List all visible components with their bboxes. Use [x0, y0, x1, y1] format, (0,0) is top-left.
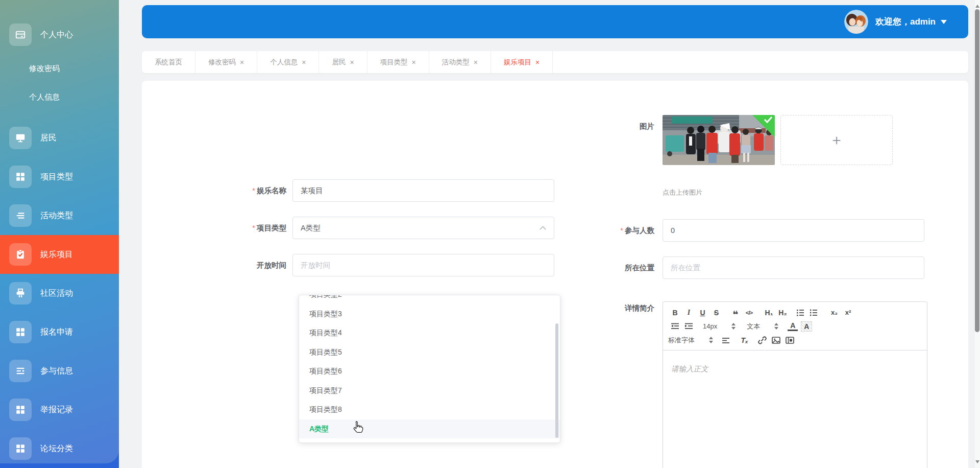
sidebar-item-label: 社区活动: [40, 288, 73, 299]
sidebar-item-community-activity[interactable]: 社区活动: [0, 274, 119, 313]
field-label: 开放时间: [142, 254, 292, 276]
tab-entertainment-project[interactable]: 娱乐项目 ×: [491, 51, 553, 73]
sidebar-item-label: 个人信息: [29, 92, 60, 102]
code-button[interactable]: </>: [742, 307, 756, 319]
superscript-button[interactable]: x²: [841, 307, 855, 319]
dropdown-option[interactable]: 项目类型5: [299, 343, 560, 362]
close-icon[interactable]: ×: [350, 58, 354, 66]
font-family-picker[interactable]: 标准字体: [668, 335, 713, 345]
dropdown-option[interactable]: 项目类型8: [299, 400, 560, 419]
close-icon[interactable]: ×: [412, 58, 416, 66]
editor-placeholder: 请输入正文: [671, 365, 708, 373]
tab-label: 活动类型: [442, 58, 470, 67]
upload-hint-text: 点击上传图片: [663, 188, 893, 197]
font-size-picker[interactable]: 14px: [703, 321, 736, 332]
open-time-input[interactable]: [292, 254, 554, 276]
sidebar-item-change-password[interactable]: 修改密码: [0, 54, 119, 83]
rich-text-editor: B I U S ❝ </> H₁ H₂: [663, 301, 927, 468]
ordered-list-button[interactable]: [796, 308, 805, 317]
header-format-picker[interactable]: 文本: [747, 321, 778, 332]
sidebar-item-personal-center[interactable]: 个人中心: [0, 15, 119, 54]
required-mark: *: [620, 226, 623, 235]
image-button[interactable]: [771, 336, 781, 345]
printer-icon: [9, 282, 32, 305]
page-scrollbar-thumb[interactable]: [975, 9, 979, 332]
align-button[interactable]: [721, 336, 730, 345]
video-button[interactable]: [785, 336, 795, 345]
project-type-dropdown: 项目类型2 项目类型3 项目类型4 项目类型5 项目类型6 项目类型7 项目类型…: [299, 295, 560, 443]
subscript-button[interactable]: x₂: [827, 307, 841, 319]
entertainment-name-input[interactable]: [292, 179, 554, 202]
sidebar-item-registration[interactable]: 报名申请: [0, 313, 119, 352]
sidebar-item-project-type[interactable]: 项目类型: [0, 157, 119, 196]
blockquote-button[interactable]: ❝: [728, 307, 742, 319]
bold-button[interactable]: B: [668, 307, 682, 319]
tab-project-type[interactable]: 项目类型 ×: [368, 51, 429, 73]
tab-home[interactable]: 系统首页: [142, 51, 195, 73]
close-icon[interactable]: ×: [474, 58, 478, 66]
project-type-select-value[interactable]: [292, 217, 554, 239]
sidebar-item-personal-info[interactable]: 个人信息: [0, 83, 119, 111]
dropdown-option[interactable]: 项目类型4: [299, 323, 560, 343]
close-icon[interactable]: ×: [302, 58, 306, 66]
tab-bar: 系统首页 修改密码 × 个人信息 × 居民 × 项目类型 × 活动类型 × 娱乐…: [142, 51, 968, 73]
sidebar-item-label: 活动类型: [40, 210, 73, 221]
strike-button[interactable]: S: [709, 307, 723, 319]
tab-personal-info[interactable]: 个人信息 ×: [257, 51, 319, 73]
dropdown-option[interactable]: 项目类型3: [299, 305, 560, 324]
scroll-up-arrow-icon[interactable]: [975, 3, 979, 8]
tab-residents[interactable]: 居民 ×: [319, 51, 367, 73]
grid-icon: [9, 321, 32, 343]
required-mark: *: [252, 224, 255, 232]
close-icon[interactable]: ×: [240, 58, 244, 66]
avatar[interactable]: [844, 10, 868, 34]
participants-input[interactable]: [663, 219, 924, 242]
upload-plus-button[interactable]: ＋: [780, 115, 893, 165]
dropdown-option[interactable]: 项目类型7: [299, 381, 560, 401]
dropdown-scrollbar-thumb[interactable]: [555, 323, 558, 438]
underline-button[interactable]: U: [696, 307, 709, 319]
tab-change-password[interactable]: 修改密码 ×: [195, 51, 257, 73]
clipboard-check-icon: [9, 243, 32, 266]
location-input[interactable]: [663, 256, 924, 279]
sidebar-item-participation-info[interactable]: 参与信息: [0, 352, 119, 390]
header1-button[interactable]: H₁: [762, 307, 776, 319]
scroll-down-arrow-icon[interactable]: [975, 460, 979, 465]
clean-format-button[interactable]: Tₓ: [738, 334, 751, 346]
sidebar-item-label: 参与信息: [40, 366, 73, 377]
link-button[interactable]: [757, 336, 767, 345]
close-icon[interactable]: ×: [535, 58, 540, 66]
indent-button[interactable]: [684, 322, 694, 331]
project-type-select[interactable]: [292, 217, 554, 239]
sidebar-item-residents[interactable]: 居民: [0, 119, 119, 157]
sidebar-item-entertainment-project[interactable]: 娱乐项目: [0, 235, 119, 274]
monitor-icon: [9, 127, 32, 149]
uploaded-photo-thumbnail[interactable]: [663, 115, 775, 165]
image-upload-control: ＋ 点击上传图片: [663, 115, 893, 197]
bullet-list-button[interactable]: [809, 308, 818, 317]
text-color-button[interactable]: A: [788, 322, 798, 331]
sidebar-item-report-records[interactable]: 举报记录: [0, 390, 119, 429]
caret-down-icon: [941, 20, 947, 27]
tab-label: 居民: [332, 58, 346, 67]
page-scrollbar[interactable]: [974, 0, 980, 468]
header2-button[interactable]: H₂: [776, 307, 790, 319]
field-label: *项目类型: [142, 217, 292, 239]
outdent-button[interactable]: [670, 322, 680, 331]
sidebar-item-forum-category[interactable]: 论坛分类: [0, 429, 119, 468]
sidebar-item-activity-type[interactable]: 活动类型: [0, 196, 119, 235]
user-menu[interactable]: 欢迎您，admin: [844, 10, 947, 34]
sidebar-item-label: 论坛分类: [40, 443, 73, 454]
dropdown-option[interactable]: 项目类型6: [299, 362, 560, 381]
editor-text-area[interactable]: 请输入正文: [663, 350, 927, 468]
field-open-time: 开放时间: [142, 254, 555, 276]
top-header-bar: 欢迎您，admin: [142, 5, 968, 38]
dropdown-option[interactable]: 项目类型2: [299, 295, 560, 305]
field-label: *参与人数: [555, 219, 663, 242]
dropdown-option-selected[interactable]: A类型: [299, 419, 560, 439]
tab-label: 娱乐项目: [504, 58, 531, 67]
field-detail: 详情简介 B I U S ❝ </> H₁ H₂: [555, 301, 968, 468]
tab-activity-type[interactable]: 活动类型 ×: [429, 51, 491, 73]
italic-button[interactable]: I: [682, 307, 696, 319]
background-color-button[interactable]: A: [801, 321, 812, 332]
